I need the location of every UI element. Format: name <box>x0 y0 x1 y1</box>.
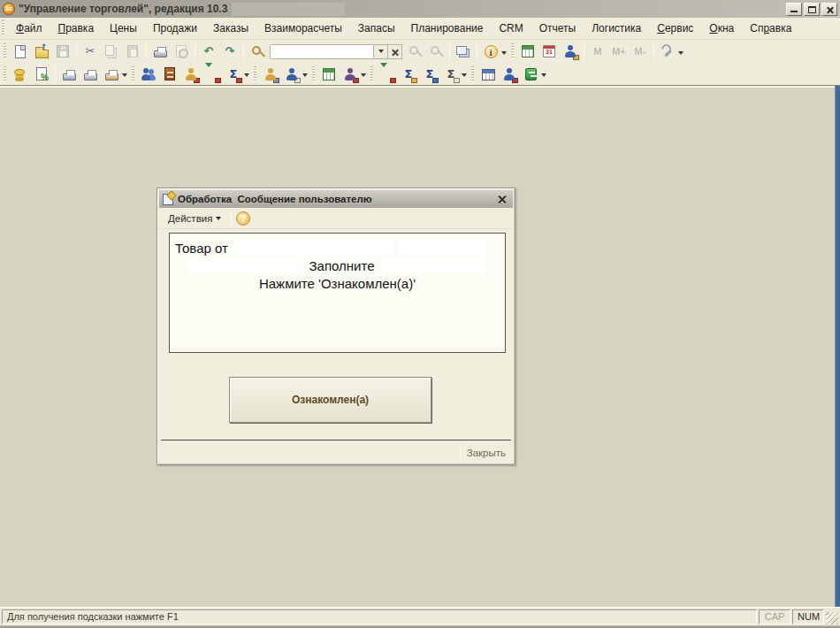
toolbar-drag-handle[interactable] <box>4 43 6 59</box>
payments-icon[interactable] <box>181 65 201 84</box>
calculator-icon[interactable] <box>518 42 538 61</box>
copy-icon[interactable] <box>102 42 121 61</box>
service-settings-dropdown-icon[interactable] <box>678 51 683 57</box>
fiscal-printer-icon[interactable] <box>80 65 100 84</box>
close-button[interactable] <box>821 3 837 16</box>
search-input[interactable] <box>270 44 374 59</box>
info-dropdown-icon[interactable] <box>501 51 507 57</box>
toolbar-drag-handle[interactable] <box>370 66 373 82</box>
summary-report-icon[interactable]: Σ <box>441 65 461 84</box>
summary-report-dropdown-icon[interactable] <box>462 73 467 80</box>
toolbar-drag-handle[interactable] <box>312 66 315 82</box>
copy-window-icon[interactable] <box>454 42 473 61</box>
toolbar-drag-handle[interactable] <box>511 43 514 59</box>
mutual-settlements-dropdown-icon[interactable] <box>244 73 249 80</box>
search-combobox <box>270 44 402 59</box>
inventory-receipt-icon[interactable] <box>378 65 397 84</box>
acknowledged-button[interactable]: Ознакомлен(а) <box>229 377 431 423</box>
print-preview-icon[interactable] <box>172 42 191 61</box>
message-line: Заполните <box>175 257 500 275</box>
menu-item-окна[interactable]: Окна <box>701 19 742 37</box>
minimize-button[interactable] <box>786 3 802 16</box>
calendar-icon[interactable] <box>539 42 559 61</box>
equipment-scales-icon[interactable] <box>319 65 339 84</box>
retail-equipment-icon[interactable] <box>102 65 121 84</box>
toolbar-separator <box>243 43 244 59</box>
resize-grip[interactable] <box>826 612 838 624</box>
toolbar-separator <box>55 66 56 82</box>
open-icon[interactable] <box>32 42 51 61</box>
combo-clear-icon[interactable] <box>388 44 402 59</box>
retail-equipment-dropdown-icon[interactable] <box>122 73 127 80</box>
cashier-dropdown-icon[interactable] <box>361 73 366 80</box>
actions-label: Действия <box>168 213 212 224</box>
memory-add-button[interactable]: M+ <box>609 42 629 61</box>
menu-item-продажи[interactable]: Продажи <box>145 19 205 37</box>
menubar-drag-handle[interactable] <box>2 20 4 36</box>
forward-icon[interactable]: ↷ <box>220 42 240 61</box>
money-documents-icon[interactable] <box>11 65 30 84</box>
separator <box>460 447 461 460</box>
menu-item-файл[interactable]: Файл <box>8 19 50 37</box>
toolbar-drag-handle[interactable] <box>254 66 256 82</box>
new-document-icon[interactable] <box>11 42 30 61</box>
manager-document-icon[interactable] <box>282 65 302 84</box>
menu-item-планирование[interactable]: Планирование <box>403 19 492 37</box>
menu-item-crm[interactable]: CRM <box>491 19 531 37</box>
memory-recall-button[interactable]: M <box>588 42 607 61</box>
cash-register-icon[interactable] <box>59 65 79 84</box>
toolbar-separator <box>146 43 147 59</box>
toolbar-drag-handle[interactable] <box>4 66 6 82</box>
menu-item-правка[interactable]: Правка <box>50 19 103 37</box>
price-document-icon[interactable] <box>32 65 51 84</box>
purchases-report-icon[interactable]: Σ <box>420 65 439 84</box>
report-table-icon[interactable] <box>478 65 498 84</box>
memory-subtract-button[interactable]: M- <box>630 42 650 61</box>
help-icon[interactable]: ? <box>236 211 250 226</box>
back-icon[interactable]: ↶ <box>199 42 218 61</box>
print-icon[interactable] <box>150 42 170 61</box>
service-settings-icon[interactable] <box>658 42 677 61</box>
counterparties-icon[interactable] <box>139 65 158 84</box>
toolbar-separator <box>449 43 450 59</box>
sales-report-icon[interactable]: Σ <box>399 65 418 84</box>
menu-item-заказы[interactable]: Заказы <box>205 19 256 37</box>
catalog-icon[interactable] <box>160 65 179 84</box>
save-icon[interactable] <box>53 42 73 61</box>
menu-item-справка[interactable]: Справка <box>742 19 799 37</box>
cut-icon[interactable]: ✂ <box>80 42 100 61</box>
contact-manager-icon[interactable] <box>500 65 519 84</box>
find-next-icon[interactable] <box>426 42 446 61</box>
toolbar-drag-handle[interactable] <box>471 66 474 82</box>
redacted-text <box>189 259 302 272</box>
user-permissions-icon[interactable] <box>561 42 580 61</box>
dialog-close-icon[interactable] <box>495 193 509 206</box>
menu-item-логистика[interactable]: Логистика <box>584 19 649 37</box>
toolbar-drag-handle[interactable] <box>132 66 134 82</box>
combo-dropdown-icon[interactable] <box>374 44 388 59</box>
menu-item-цены[interactable]: Цены <box>102 19 145 37</box>
manager-document-dropdown-icon[interactable] <box>302 73 308 80</box>
structure-icon[interactable] <box>521 65 540 84</box>
sales-workplace-icon[interactable] <box>261 65 280 84</box>
find-previous-icon[interactable] <box>405 42 424 61</box>
menu-item-сервис[interactable]: Сервис <box>649 19 701 37</box>
actions-menu-button[interactable]: Действия <box>163 211 226 226</box>
maximize-button[interactable] <box>804 3 820 16</box>
info-icon[interactable] <box>481 42 500 61</box>
mutual-settlements-icon[interactable]: Σ <box>224 65 243 84</box>
toolbar-separator <box>231 211 232 226</box>
cashier-icon[interactable] <box>340 65 360 84</box>
close-dialog-button[interactable]: Закрыть <box>467 448 513 458</box>
processing-form-icon <box>163 194 173 205</box>
structure-dropdown-icon[interactable] <box>541 73 546 80</box>
search-icon[interactable] <box>248 42 267 61</box>
goods-receipt-icon[interactable] <box>202 65 222 84</box>
paste-icon[interactable] <box>123 42 142 61</box>
menu-item-отчеты[interactable]: Отчеты <box>531 19 584 37</box>
toolbar-separator <box>653 43 654 59</box>
application-window: 1с "Управление торговлей", редакция 10.3… <box>0 0 840 628</box>
menu-item-взаиморасчеты[interactable]: Взаиморасчеты <box>256 19 350 37</box>
menu-item-запасы[interactable]: Запасы <box>350 19 403 37</box>
toolbar-separator <box>477 43 477 59</box>
